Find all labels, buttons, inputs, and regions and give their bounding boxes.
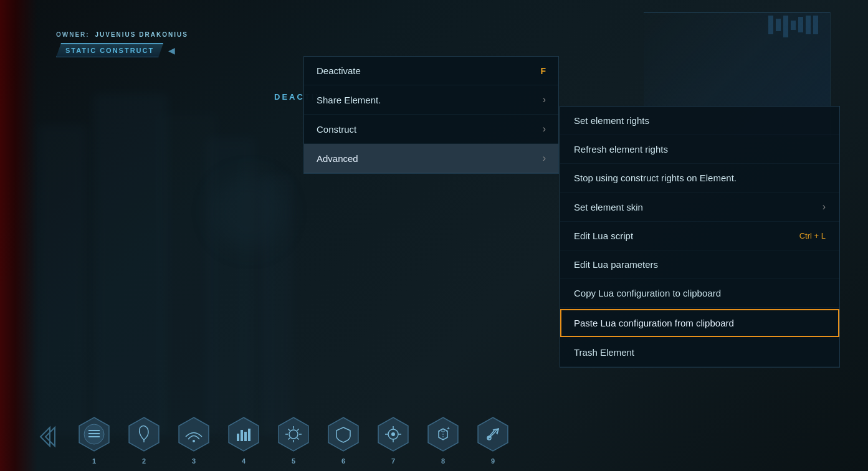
svg-marker-7 (129, 417, 159, 451)
owner-name-label: JUVENIUS DRAKONIUS (95, 31, 188, 38)
set-skin-arrow-icon: › (823, 201, 826, 212)
toolbar-num-9: 9 (491, 457, 495, 465)
toolbar-icon-4 (224, 415, 263, 454)
center-object (212, 174, 287, 249)
menu-item-construct[interactable]: Construct › (304, 115, 558, 144)
menu-item-deactivate-label: Deactivate (317, 65, 361, 76)
svg-marker-9 (179, 417, 209, 451)
submenu-set-element-rights[interactable]: Set element rights (560, 107, 839, 135)
menu-item-share-element[interactable]: Share Element. › (304, 85, 558, 115)
bottom-toolbar: 1 2 3 (0, 409, 868, 471)
construct-arrow-icon: › (543, 123, 546, 135)
toolbar-item-7[interactable]: 7 (374, 415, 413, 465)
menu-item-construct-label: Construct (317, 124, 356, 135)
toolbar-icon-7 (374, 415, 413, 454)
submenu-set-skin-label: Set element skin (574, 202, 643, 212)
toolbar-item-4[interactable]: 4 (224, 415, 263, 465)
toolbar-icon-5 (274, 415, 313, 454)
menu-item-advanced[interactable]: Advanced › (304, 144, 558, 173)
menu-item-advanced-label: Advanced (317, 153, 358, 164)
advanced-submenu: Set element rights Refresh element right… (560, 106, 840, 368)
submenu-copy-lua-config[interactable]: Copy Lua configuration to clipboard (560, 279, 839, 308)
submenu-edit-lua-parameters[interactable]: Edit Lua parameters (560, 250, 839, 279)
advanced-arrow-icon: › (543, 153, 546, 164)
toolbar-icon-1 (75, 415, 113, 454)
toolbar-num-2: 2 (142, 457, 146, 465)
svg-marker-16 (279, 417, 308, 451)
toolbar-icon-8: + (424, 415, 462, 454)
submenu-trash-label: Trash Element (574, 347, 634, 358)
svg-text:+: + (447, 426, 450, 431)
toolbar-item-2[interactable]: 2 (125, 415, 163, 465)
svg-point-10 (193, 440, 195, 442)
svg-rect-13 (241, 430, 243, 441)
toolbar-item-6[interactable]: 6 (324, 415, 363, 465)
owner-prefix-label: OWNER: (56, 31, 90, 38)
svg-rect-12 (237, 434, 239, 441)
submenu-lua-params-label: Edit Lua parameters (574, 259, 658, 270)
toolbar-icon-9 (474, 415, 512, 454)
toolbar-item-5[interactable]: 5 (274, 415, 313, 465)
toolbar-num-8: 8 (441, 457, 445, 465)
toolbar-icon-3 (174, 415, 213, 454)
submenu-trash-element[interactable]: Trash Element (560, 338, 839, 367)
submenu-paste-lua-label: Paste Lua configuration from clipboard (574, 318, 734, 328)
toolbar-num-5: 5 (292, 457, 295, 465)
share-element-arrow-icon: › (543, 94, 546, 105)
toolbar-item-9[interactable]: 9 (474, 415, 512, 465)
submenu-set-rights-label: Set element rights (574, 115, 649, 126)
hud-header: OWNER: JUVENIUS DRAKONIUS STATIC CONSTRU… (56, 31, 188, 57)
submenu-stop-construct-rights[interactable]: Stop using construct rights on Element. (560, 164, 839, 193)
submenu-edit-lua-shortcut: Ctrl + L (799, 231, 826, 240)
toolbar-icon-2 (125, 415, 163, 454)
toolbar-item-1[interactable]: 1 (75, 415, 113, 465)
toolbar-num-1: 1 (92, 457, 96, 465)
menu-item-share-label: Share Element. (317, 95, 381, 105)
menu-item-deactivate-shortcut: F (540, 66, 546, 76)
construct-label: STATIC CONSTRUCT (65, 47, 154, 54)
submenu-refresh-element-rights[interactable]: Refresh element rights (560, 135, 839, 164)
svg-marker-11 (229, 417, 259, 451)
submenu-stop-rights-label: Stop using construct rights on Element. (574, 173, 737, 183)
context-menu: Deactivate F Share Element. › Construct … (303, 56, 559, 174)
toolbar-item-3[interactable]: 3 (174, 415, 213, 465)
submenu-copy-lua-label: Copy Lua configuration to clipboard (574, 288, 721, 298)
scene-pillar-1 (37, 125, 87, 436)
hud-arrow-icon: ◀ (168, 45, 175, 55)
svg-point-21 (391, 432, 395, 436)
submenu-edit-lua-label: Edit Lua script (574, 231, 633, 241)
toolbar-num-6: 6 (341, 457, 345, 465)
submenu-edit-lua-script[interactable]: Edit Lua script Ctrl + L (560, 222, 839, 250)
submenu-paste-lua-config[interactable]: Paste Lua configuration from clipboard (560, 309, 839, 337)
toolbar-icon-6 (324, 415, 363, 454)
svg-marker-18 (328, 417, 358, 451)
submenu-refresh-rights-label: Refresh element rights (574, 144, 668, 155)
toolbar-item-8[interactable]: + 8 (424, 415, 462, 465)
menu-item-deactivate[interactable]: Deactivate F (304, 57, 558, 85)
toolbar-num-3: 3 (192, 457, 196, 465)
toolbar-num-7: 7 (391, 457, 395, 465)
red-stripe-decoration (0, 0, 37, 471)
submenu-set-element-skin[interactable]: Set element skin › (560, 193, 839, 222)
svg-rect-15 (248, 429, 250, 441)
construct-badge: STATIC CONSTRUCT (56, 43, 163, 57)
svg-rect-14 (244, 432, 247, 441)
nav-left-arrow[interactable] (37, 424, 56, 454)
toolbar-num-4: 4 (242, 457, 246, 465)
